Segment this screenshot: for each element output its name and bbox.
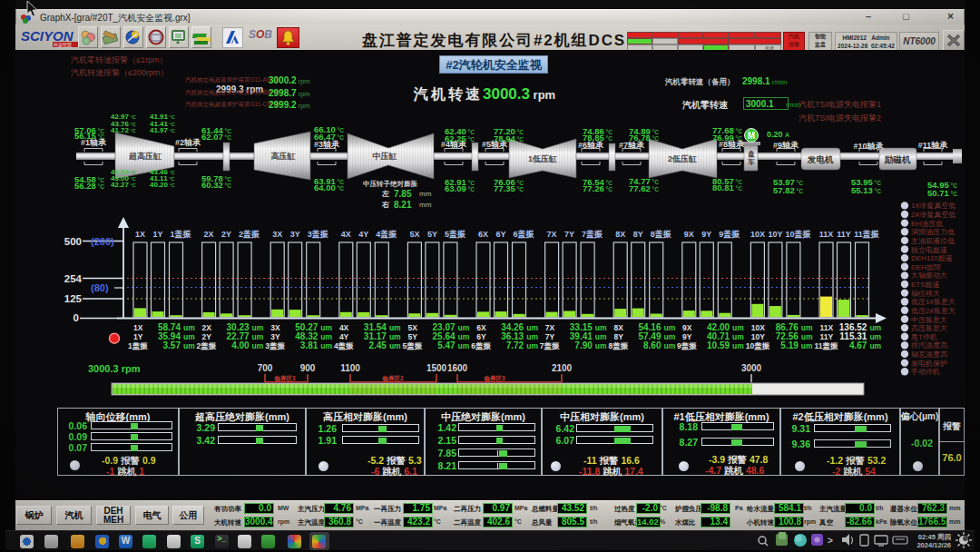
svg-text:um: um [389, 323, 401, 332]
svg-text:um: um [458, 332, 470, 341]
svg-text:4盖振: 4盖振 [376, 229, 397, 239]
svg-text:6Y: 6Y [495, 230, 505, 239]
svg-text:0: 0 [74, 312, 79, 323]
svg-text:10.59: 10.59 [707, 340, 730, 350]
svg-text:(200): (200) [91, 236, 114, 247]
svg-text:3盖振: 3盖振 [308, 229, 329, 239]
svg-text:50.71 °C: 50.71 °C [927, 188, 957, 198]
svg-text:3X: 3X [270, 323, 280, 332]
svg-text:2X: 2X [204, 230, 214, 239]
svg-text:10X: 10X [751, 323, 765, 332]
svg-text:4X: 4X [339, 323, 349, 332]
svg-text:8盖振: 8盖振 [609, 341, 629, 350]
svg-text:um: um [869, 332, 881, 341]
svg-text:um: um [526, 332, 538, 341]
svg-text:8Y: 8Y [633, 230, 643, 239]
svg-text:0.20 A: 0.20 A [767, 130, 789, 139]
svg-text:8.21: 8.21 [394, 200, 412, 210]
svg-text:40.20 °C: 40.20 °C [150, 181, 175, 189]
svg-text:6X: 6X [476, 323, 486, 332]
svg-text:9X: 9X [684, 230, 694, 239]
svg-text:um: um [183, 323, 195, 332]
svg-text:um: um [595, 341, 607, 350]
svg-text:(80): (80) [91, 282, 109, 293]
svg-text:5盖振: 5盖振 [445, 229, 466, 239]
svg-text:8X: 8X [614, 323, 624, 332]
svg-text:车: 车 [747, 158, 755, 166]
svg-text:9Y: 9Y [682, 332, 692, 341]
svg-text:5X: 5X [408, 323, 418, 332]
svg-text:临界区3: 临界区3 [484, 375, 505, 382]
svg-text:um: um [732, 341, 744, 350]
svg-text:mm: mm [419, 190, 432, 198]
svg-text:大轴振动大: 大轴振动大 [911, 271, 947, 280]
svg-text:9Y: 9Y [701, 230, 711, 239]
svg-text:1X: 1X [135, 230, 145, 239]
svg-text:11盖振: 11盖振 [814, 341, 838, 350]
svg-text:DEH故障: DEH故障 [911, 263, 941, 271]
svg-text:1X: 1X [133, 323, 143, 332]
svg-text:2盖振: 2盖振 [239, 229, 260, 239]
svg-text:3X: 3X [272, 230, 282, 239]
svg-text:临界区1: 临界区1 [274, 375, 296, 382]
svg-text:3Y: 3Y [290, 230, 300, 239]
svg-text:700: 700 [258, 363, 273, 373]
svg-text:254: 254 [64, 273, 83, 284]
svg-text:um: um [595, 323, 607, 332]
svg-text:11Y: 11Y [819, 332, 833, 341]
svg-text:10盖振: 10盖振 [785, 229, 811, 239]
svg-text:8.60: 8.60 [643, 340, 662, 350]
svg-text:6盖振: 6盖振 [513, 229, 534, 239]
svg-text:um: um [869, 341, 881, 350]
svg-text:7Y: 7Y [545, 332, 555, 341]
svg-text:900: 900 [300, 363, 316, 373]
svg-text:57.82 °C: 57.82 °C [773, 185, 803, 195]
svg-text:10Y: 10Y [751, 332, 765, 341]
svg-text:10盖振: 10盖振 [746, 341, 770, 350]
svg-text:um: um [664, 341, 676, 350]
svg-text:2.45: 2.45 [368, 340, 387, 350]
svg-text:1Y: 1Y [133, 332, 143, 341]
svg-text:6Y: 6Y [476, 332, 486, 341]
svg-text:1Y: 1Y [152, 230, 162, 239]
svg-text:1500: 1500 [426, 363, 447, 373]
svg-text:3000.3 rpm: 3000.3 rpm [88, 363, 141, 374]
svg-text:4Y: 4Y [358, 230, 368, 239]
svg-text:um: um [526, 341, 538, 350]
svg-text:mm: mm [419, 201, 432, 209]
svg-text:5X: 5X [409, 230, 419, 239]
svg-text:临界区2: 临界区2 [382, 375, 404, 382]
svg-text:8X: 8X [615, 230, 625, 239]
svg-text:EH油压低: EH油压低 [911, 220, 943, 228]
svg-text:9盖振: 9盖振 [677, 341, 697, 350]
svg-text:主油箱液位低: 主油箱液位低 [910, 237, 955, 245]
svg-text:um: um [595, 332, 607, 341]
svg-text:独立电超速: 独立电超速 [910, 246, 947, 254]
svg-text:11Y: 11Y [837, 230, 851, 239]
svg-text:um: um [732, 332, 744, 341]
svg-text:发电机保护: 发电机保护 [911, 360, 947, 368]
svg-text:8盖振: 8盖振 [651, 229, 672, 239]
svg-text:um: um [389, 341, 401, 350]
svg-text:4X: 4X [341, 230, 351, 239]
svg-text:排汽温度高: 排汽温度高 [911, 341, 947, 350]
svg-text:um: um [389, 332, 401, 341]
svg-text:1盖振: 1盖振 [128, 341, 148, 350]
svg-text:um: um [183, 332, 195, 341]
svg-text:2#冷凝真空低: 2#冷凝真空低 [911, 211, 956, 219]
svg-text:3.57: 3.57 [163, 340, 181, 350]
svg-text:1600: 1600 [447, 363, 468, 373]
svg-text:2Y: 2Y [202, 332, 212, 341]
svg-text:2Y: 2Y [221, 230, 231, 239]
svg-text:超高压缸: 超高压缸 [128, 152, 162, 161]
svg-text:um: um [320, 341, 332, 350]
svg-text:11盖振: 11盖振 [854, 229, 880, 239]
svg-text:低压1#胀差大: 低压1#胀差大 [911, 298, 956, 306]
svg-text:um: um [526, 323, 538, 332]
svg-text:高压胀差大: 高压胀差大 [911, 324, 947, 332]
svg-text:9盖振: 9盖振 [719, 229, 740, 239]
svg-text:6盖振: 6盖振 [471, 341, 491, 350]
svg-text:5.47: 5.47 [437, 340, 456, 350]
svg-text:55.13 °C: 55.13 °C [851, 185, 881, 195]
svg-text:发电机: 发电机 [807, 154, 834, 164]
